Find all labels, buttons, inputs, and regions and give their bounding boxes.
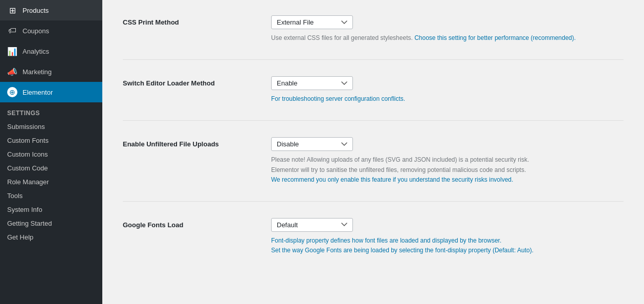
grid-icon: ⊞ [7, 5, 17, 15]
css-print-method-section: CSS Print Method External File Internal … [123, 15, 624, 60]
google-fonts-select[interactable]: Default Early Late Disable [271, 218, 353, 232]
google-fonts-desc-line2: Set the way Google Fonts are being loade… [271, 247, 534, 254]
sidebar-subitem-custom-code[interactable]: Custom Code [0, 161, 102, 175]
css-print-desc-plain: Use external CSS files for all generated… [271, 34, 414, 41]
tag-icon: 🏷 [7, 26, 17, 36]
sidebar-item-label: Analytics [23, 48, 49, 55]
google-fonts-control: Default Early Late Disable Font-display … [271, 218, 624, 255]
sidebar-item-products[interactable]: ⊞ Products [0, 0, 102, 20]
switch-editor-loader-label: Switch Editor Loader Method [123, 76, 256, 87]
sidebar-subitem-tools[interactable]: Tools [0, 189, 102, 203]
sidebar-subitem-system-info[interactable]: System Info [0, 203, 102, 216]
elementor-icon [7, 87, 17, 97]
settings-section-title: Settings [0, 102, 102, 120]
sidebar-item-label: Products [23, 7, 49, 14]
sidebar-item-label: Coupons [23, 27, 49, 35]
switch-editor-loader-desc: For troubleshooting server configuration… [271, 95, 405, 102]
sidebar-item-label: Elementor [23, 89, 53, 96]
sidebar-item-coupons[interactable]: 🏷 Coupons [0, 20, 102, 41]
switch-editor-loader-select[interactable]: Enable Disable [271, 76, 353, 90]
css-print-method-label: CSS Print Method [123, 15, 256, 26]
css-print-method-description: Use external CSS files for all generated… [271, 33, 624, 43]
sidebar-subitem-get-help[interactable]: Get Help [0, 230, 102, 244]
google-fonts-desc-line1: Font-display property defines how font f… [271, 237, 501, 244]
sidebar-item-label: Marketing [23, 68, 52, 76]
unfiltered-uploads-section: Enable Unfiltered File Uploads Disable E… [123, 137, 624, 202]
sidebar-subitem-custom-fonts[interactable]: Custom Fonts [0, 134, 102, 147]
css-print-desc-link: Choose this setting for better performan… [414, 34, 575, 41]
unfiltered-desc-line1: Please note! Allowing uploads of any fil… [271, 156, 529, 163]
unfiltered-uploads-control: Disable Enable Please note! Allowing upl… [271, 137, 624, 185]
sidebar-item-marketing[interactable]: 📣 Marketing [0, 61, 102, 82]
unfiltered-uploads-select[interactable]: Disable Enable [271, 137, 353, 151]
unfiltered-uploads-description: Please note! Allowing uploads of any fil… [271, 155, 624, 185]
switch-editor-loader-description: For troubleshooting server configuration… [271, 94, 624, 104]
unfiltered-desc-line3: We recommend you only enable this featur… [271, 176, 513, 183]
sidebar-item-analytics[interactable]: 📊 Analytics [0, 41, 102, 61]
css-print-method-select[interactable]: External File Internal Embedding [271, 15, 353, 29]
megaphone-icon: 📣 [7, 67, 17, 77]
main-content: CSS Print Method External File Internal … [102, 0, 644, 304]
switch-editor-loader-section: Switch Editor Loader Method Enable Disab… [123, 76, 624, 121]
css-print-method-control: External File Internal Embedding Use ext… [271, 15, 624, 43]
sidebar: ⊞ Products 🏷 Coupons 📊 Analytics 📣 Marke… [0, 0, 102, 304]
switch-editor-loader-control: Enable Disable For troubleshooting serve… [271, 76, 624, 104]
unfiltered-desc-line2: Elementor will try to sanitise the unfil… [271, 166, 526, 173]
google-fonts-description: Font-display property defines how font f… [271, 236, 624, 255]
unfiltered-uploads-label: Enable Unfiltered File Uploads [123, 137, 256, 148]
sidebar-subitem-custom-icons[interactable]: Custom Icons [0, 147, 102, 161]
sidebar-subitem-role-manager[interactable]: Role Manager [0, 175, 102, 189]
sidebar-subitem-submissions[interactable]: Submissions [0, 120, 102, 134]
sidebar-subitem-getting-started[interactable]: Getting Started [0, 216, 102, 230]
google-fonts-section: Google Fonts Load Default Early Late Dis… [123, 218, 624, 272]
google-fonts-label: Google Fonts Load [123, 218, 256, 229]
chart-icon: 📊 [7, 46, 17, 56]
sidebar-item-elementor[interactable]: Elementor [0, 82, 102, 102]
